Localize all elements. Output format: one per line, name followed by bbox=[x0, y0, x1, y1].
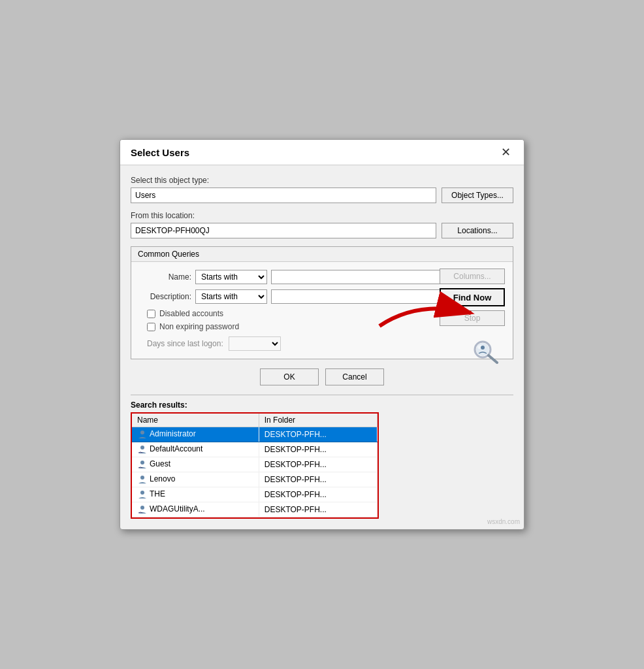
divider bbox=[131, 395, 513, 395]
result-folder-cell: DESKTOP-PFH... bbox=[259, 457, 377, 472]
result-folder-cell: DESKTOP-PFH... bbox=[259, 472, 377, 487]
name-query-label: Name: bbox=[139, 272, 191, 282]
results-table: Name In Folder AdministratorDESKTOP-PFH.… bbox=[132, 414, 378, 517]
days-logon-label: Days since last logon: bbox=[147, 339, 223, 348]
search-magnifier-icon bbox=[471, 338, 502, 364]
table-row[interactable]: WDAGUtilityA...DESKTOP-PFH... bbox=[132, 502, 378, 517]
disabled-accounts-checkbox[interactable] bbox=[147, 310, 155, 318]
location-row: Locations... bbox=[131, 223, 513, 238]
object-type-row: Object Types... bbox=[131, 188, 513, 203]
result-folder-cell: DESKTOP-PFH... bbox=[259, 427, 377, 442]
locations-button[interactable]: Locations... bbox=[442, 223, 513, 238]
close-button[interactable]: ✕ bbox=[498, 146, 513, 158]
find-now-button[interactable]: Find Now bbox=[440, 288, 505, 306]
result-name-cell: Guest bbox=[132, 457, 259, 472]
object-type-label: Select this object type: bbox=[131, 176, 513, 185]
result-name-cell: DefaultAccount bbox=[132, 442, 259, 457]
results-header-row: Name In Folder bbox=[132, 414, 378, 427]
results-table-wrapper: Name In Folder AdministratorDESKTOP-PFH.… bbox=[131, 412, 379, 519]
col-folder-header[interactable]: In Folder bbox=[259, 414, 377, 427]
table-row[interactable]: LenovoDESKTOP-PFH... bbox=[132, 472, 378, 487]
object-types-button[interactable]: Object Types... bbox=[442, 188, 513, 203]
columns-button[interactable]: Columns... bbox=[440, 269, 505, 284]
ok-button[interactable]: OK bbox=[260, 368, 319, 385]
location-label: From this location: bbox=[131, 211, 513, 220]
result-name-cell: THE bbox=[132, 487, 259, 502]
non-expiring-checkbox[interactable] bbox=[147, 323, 155, 331]
common-queries-tab[interactable]: Common Queries bbox=[131, 247, 513, 262]
select-users-dialog: Select Users ✕ Select this object type: … bbox=[120, 139, 524, 530]
description-filter-select[interactable]: Starts with Is exactly bbox=[195, 289, 267, 304]
table-row[interactable]: THEDESKTOP-PFH... bbox=[132, 487, 378, 502]
result-name-cell: WDAGUtilityA... bbox=[132, 502, 259, 517]
svg-point-8 bbox=[140, 461, 144, 465]
title-bar: Select Users ✕ bbox=[120, 140, 524, 165]
svg-point-11 bbox=[140, 506, 144, 510]
common-queries-content: Name: Starts with Is exactly Description… bbox=[131, 262, 513, 359]
svg-line-2 bbox=[489, 355, 497, 363]
common-queries-group: Common Queries Name: Starts with Is exac… bbox=[131, 246, 513, 359]
stop-button[interactable]: Stop bbox=[440, 310, 505, 326]
table-row[interactable]: DefaultAccountDESKTOP-PFH... bbox=[132, 442, 378, 457]
col-name-header[interactable]: Name bbox=[132, 414, 259, 427]
result-folder-cell: DESKTOP-PFH... bbox=[259, 502, 377, 517]
svg-point-4 bbox=[481, 346, 485, 350]
result-name-cell: Administrator bbox=[132, 427, 259, 442]
non-expiring-label: Non expiring password bbox=[159, 322, 239, 331]
svg-point-10 bbox=[140, 491, 144, 495]
table-row[interactable]: GuestDESKTOP-PFH... bbox=[132, 457, 378, 472]
description-query-label: Description: bbox=[139, 292, 191, 301]
dialog-body: Select this object type: Object Types...… bbox=[120, 165, 524, 529]
location-input[interactable] bbox=[131, 223, 436, 238]
table-row[interactable]: AdministratorDESKTOP-PFH... bbox=[132, 427, 378, 442]
search-icon-area bbox=[440, 338, 502, 366]
svg-point-7 bbox=[140, 446, 144, 449]
watermark: wsxdn.com bbox=[487, 518, 520, 525]
name-filter-select[interactable]: Starts with Is exactly bbox=[195, 270, 267, 284]
svg-point-9 bbox=[140, 476, 144, 480]
svg-point-6 bbox=[140, 431, 144, 434]
result-folder-cell: DESKTOP-PFH... bbox=[259, 487, 377, 502]
query-buttons-panel: Columns... Find Now Stop bbox=[440, 269, 505, 366]
object-type-input[interactable] bbox=[131, 188, 436, 203]
disabled-accounts-label: Disabled accounts bbox=[159, 309, 223, 318]
search-results-label: Search results: bbox=[131, 400, 513, 410]
dialog-title: Select Users bbox=[131, 147, 189, 158]
result-name-cell: Lenovo bbox=[132, 472, 259, 487]
cancel-button[interactable]: Cancel bbox=[325, 368, 384, 385]
days-logon-select[interactable]: 30 60 90 bbox=[229, 336, 281, 351]
result-folder-cell: DESKTOP-PFH... bbox=[259, 442, 377, 457]
ok-cancel-row: OK Cancel bbox=[131, 368, 513, 385]
